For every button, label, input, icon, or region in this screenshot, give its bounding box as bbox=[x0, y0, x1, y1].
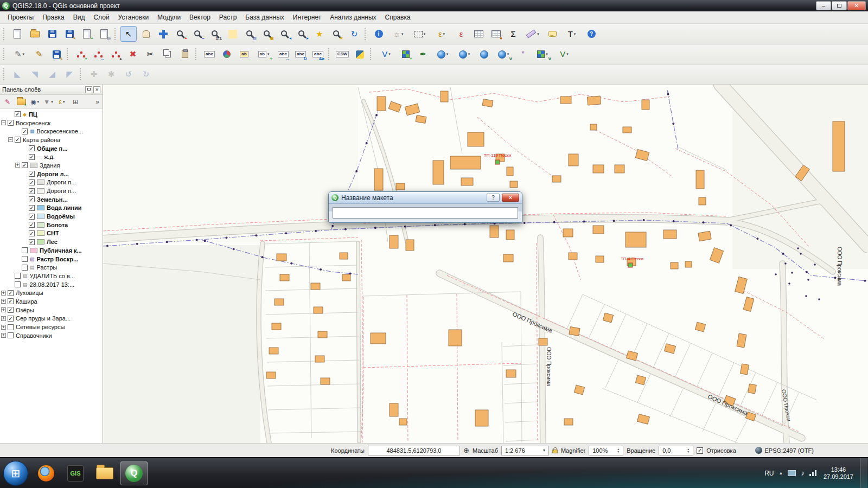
hidden-icons-button[interactable]: ▲ bbox=[779, 471, 783, 476]
layer-expander[interactable]: + bbox=[1, 333, 6, 338]
run-feature-action-button[interactable]: ☼▾ bbox=[388, 26, 409, 42]
plugin-comma-button[interactable]: ” bbox=[515, 47, 531, 62]
plugin-v-nodes-dropdown[interactable]: ▾ bbox=[566, 52, 569, 56]
extents-toggle-icon[interactable]: ⊕ bbox=[463, 446, 469, 454]
rotate-label-button[interactable]: abc↻ bbox=[292, 47, 309, 62]
taskbar-explorer-button[interactable] bbox=[91, 461, 118, 485]
layer-item-26[interactable]: +Справочники bbox=[0, 331, 103, 340]
menu-item-10[interactable]: Анализ данных bbox=[326, 12, 380, 23]
adv-digitize-8-button[interactable]: ↻ bbox=[138, 67, 154, 82]
tray-network-icon[interactable] bbox=[809, 470, 816, 476]
show-bookmarks-button[interactable]: ★ bbox=[329, 26, 345, 42]
run-feature-action-dropdown[interactable]: ▾ bbox=[401, 32, 404, 36]
taskbar-firefox-button[interactable] bbox=[33, 461, 60, 485]
zoom-native-button[interactable]: 1:1 bbox=[207, 26, 224, 42]
layer-visibility-checkbox[interactable] bbox=[29, 171, 35, 177]
layer-visibility-checkbox[interactable] bbox=[29, 239, 35, 245]
layer-visibility-checkbox[interactable] bbox=[15, 281, 21, 287]
layer-item-14[interactable]: СНТ bbox=[0, 229, 103, 238]
plugin-v-nodes-button[interactable]: V▾ bbox=[554, 47, 575, 62]
zoom-to-layer-button[interactable]: ▤ bbox=[242, 26, 258, 42]
layer-visibility-checkbox[interactable] bbox=[29, 222, 35, 228]
dialog-titlebar[interactable]: Q Название макета ? ✕ bbox=[329, 192, 522, 204]
layer-item-19[interactable]: ▤УДАЛИТЬ со в... bbox=[0, 272, 103, 280]
layer-visibility-checkbox[interactable] bbox=[15, 137, 21, 143]
tray-display-icon[interactable] bbox=[788, 470, 796, 476]
layer-visibility-checkbox[interactable] bbox=[22, 256, 28, 262]
layer-item-9[interactable]: Дороги п... bbox=[0, 187, 103, 195]
layer-expander[interactable]: − bbox=[8, 137, 13, 142]
change-label-button[interactable]: abcAa bbox=[310, 47, 326, 62]
layer-visibility-checkbox[interactable] bbox=[8, 316, 14, 322]
save-layer-edits-button[interactable]: ✎ bbox=[48, 47, 65, 62]
plugin-globe-green-button[interactable]: ▾ bbox=[454, 47, 475, 62]
magnifier-spin-arrows[interactable]: ▲▼ bbox=[617, 448, 620, 453]
scale-combobox[interactable]: 1:2 676▾ bbox=[501, 446, 549, 455]
scale-dropdown-arrow[interactable]: ▾ bbox=[543, 448, 545, 453]
zoom-last-button[interactable]: ◂ bbox=[277, 26, 293, 42]
move-label-button[interactable]: abc↔ bbox=[275, 47, 291, 62]
adv-digitize-1-button[interactable]: ◣ bbox=[9, 67, 25, 82]
layer-item-23[interactable]: +Озёры bbox=[0, 306, 103, 314]
filter-by-expression-dropdown[interactable]: ▾ bbox=[63, 100, 65, 104]
select-features-dropdown[interactable]: ▾ bbox=[424, 32, 426, 36]
layer-visibility-checkbox[interactable] bbox=[22, 129, 28, 134]
zoom-next-button[interactable]: ▸ bbox=[294, 26, 310, 42]
delete-selected-button[interactable]: ✖ bbox=[125, 47, 141, 62]
panel-float-button[interactable] bbox=[85, 86, 92, 93]
layer-item-16[interactable]: Публичная к... bbox=[0, 246, 103, 255]
layer-item-3[interactable]: −Карта района bbox=[0, 136, 103, 144]
rotation-spinbox[interactable]: 0,0▲▼ bbox=[659, 446, 693, 455]
measure-dropdown[interactable]: ▾ bbox=[537, 32, 539, 36]
tray-volume-icon[interactable]: ♪ bbox=[801, 469, 805, 477]
identify-features-button[interactable]: i bbox=[371, 26, 387, 42]
layer-visibility-checkbox[interactable] bbox=[15, 273, 21, 279]
render-checkbox[interactable] bbox=[697, 447, 703, 454]
zoom-out-button[interactable]: − bbox=[190, 26, 206, 42]
menu-item-8[interactable]: База данных bbox=[241, 12, 288, 23]
minimize-button[interactable]: – bbox=[816, 1, 831, 10]
manage-map-themes-button[interactable]: ◉▾ bbox=[28, 96, 41, 108]
filter-legend-dropdown[interactable]: ▾ bbox=[51, 100, 53, 104]
touch-zoom-pan-button[interactable]: ↖ bbox=[120, 26, 137, 42]
menu-item-1[interactable]: Правка bbox=[38, 12, 69, 23]
text-annotation-button[interactable]: T▾ bbox=[561, 26, 582, 42]
layer-visibility-checkbox[interactable] bbox=[8, 332, 14, 338]
map-canvas[interactable]: ТП-119 ПескиТП-4 ПескиООО ПроксимаООО Пр… bbox=[103, 85, 868, 443]
menu-item-9[interactable]: Интернет bbox=[289, 12, 326, 23]
maximize-button[interactable] bbox=[832, 1, 847, 10]
current-edits-button[interactable]: ✎▾ bbox=[9, 47, 30, 62]
layer-visibility-checkbox[interactable] bbox=[8, 290, 14, 296]
plugin-quill-button[interactable]: ✒ bbox=[415, 47, 431, 62]
highlight-pinned-labels-button[interactable]: ab bbox=[236, 47, 252, 62]
new-print-composer-button[interactable]: + bbox=[79, 26, 95, 42]
manage-map-themes-dropdown[interactable]: ▾ bbox=[37, 100, 39, 104]
toggle-editing-button[interactable]: ✎ bbox=[31, 47, 47, 62]
layer-item-12[interactable]: Водоёмы bbox=[0, 212, 103, 221]
plugin-vertex-points-button[interactable]: V▾ bbox=[376, 47, 397, 62]
layer-item-17[interactable]: ▨Растр Воскр... bbox=[0, 255, 103, 264]
map-tips-button[interactable] bbox=[544, 26, 560, 42]
layer-visibility-checkbox[interactable] bbox=[8, 120, 14, 126]
menu-item-5[interactable]: Модули bbox=[153, 12, 185, 23]
open-project-button[interactable] bbox=[27, 26, 43, 42]
node-tool-button[interactable]: ▸ bbox=[107, 47, 124, 62]
dialog-help-button[interactable]: ? bbox=[487, 194, 500, 202]
plugin-vertex-points-dropdown[interactable]: ▾ bbox=[388, 52, 391, 56]
layer-item-13[interactable]: Болота bbox=[0, 221, 103, 229]
save-project-as-button[interactable]: ✎ bbox=[61, 26, 78, 42]
plugin-globe-v-dropdown[interactable]: ▾ bbox=[507, 52, 509, 56]
layer-item-18[interactable]: ▤Растры bbox=[0, 263, 103, 272]
layer-diagram-options-button[interactable] bbox=[219, 47, 235, 62]
add-group-button[interactable]: + bbox=[15, 96, 28, 108]
plugin-globe-blue-button[interactable] bbox=[476, 47, 492, 62]
layer-visibility-checkbox[interactable] bbox=[29, 179, 35, 185]
panel-toolbar-overflow[interactable]: » bbox=[95, 98, 101, 106]
layer-visibility-checkbox[interactable] bbox=[29, 188, 35, 194]
measure-button[interactable]: ▾ bbox=[522, 26, 543, 42]
adv-digitize-3-button[interactable]: ◢ bbox=[44, 67, 60, 82]
layer-visibility-checkbox[interactable] bbox=[8, 298, 14, 304]
save-project-button[interactable] bbox=[44, 26, 60, 42]
adv-digitize-6-button[interactable]: ✱ bbox=[103, 67, 119, 82]
layer-item-25[interactable]: +Сетевые ресурсы bbox=[0, 323, 103, 331]
